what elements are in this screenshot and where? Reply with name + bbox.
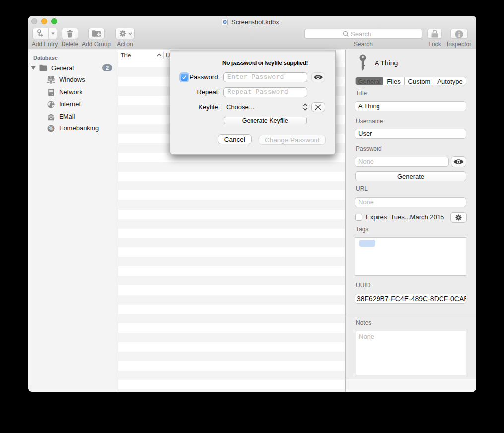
svg-text:i: i — [458, 31, 460, 38]
svg-text:%: % — [49, 125, 54, 131]
